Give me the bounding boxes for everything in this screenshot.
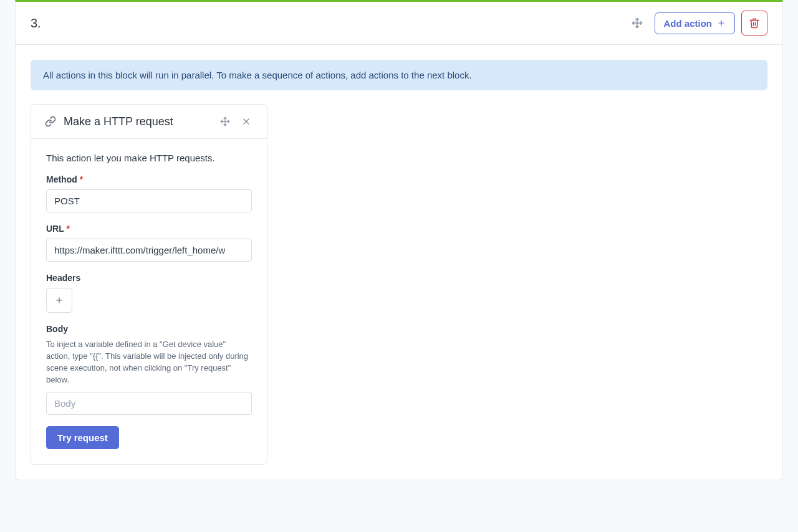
plus-icon [55, 296, 64, 305]
block-body: All actions in this block will run in pa… [16, 45, 782, 480]
close-action-icon[interactable] [239, 115, 253, 128]
block-header: 3. Add action [16, 2, 782, 45]
required-indicator: * [66, 224, 69, 234]
body-help-text: To inject a variable defined in a "Get d… [46, 339, 252, 386]
add-header-button[interactable] [46, 288, 72, 313]
body-label: Body [46, 324, 252, 334]
delete-block-button[interactable] [741, 11, 767, 36]
headers-label: Headers [46, 273, 252, 283]
move-block-icon[interactable] [627, 13, 647, 33]
action-block: 3. Add action [15, 0, 783, 480]
move-action-icon[interactable] [218, 115, 232, 128]
action-body: This action let you make HTTP requests. … [31, 139, 267, 464]
method-field-group: Method * [46, 174, 252, 212]
plus-icon [717, 19, 726, 27]
body-input[interactable] [46, 392, 252, 415]
action-header: Make a HTTP request [31, 105, 267, 139]
info-banner: All actions in this block will run in pa… [31, 60, 767, 90]
method-select[interactable] [46, 189, 252, 212]
url-input[interactable] [46, 239, 252, 262]
try-request-button[interactable]: Try request [46, 426, 119, 449]
action-description: This action let you make HTTP requests. [46, 153, 252, 163]
url-label: URL * [46, 224, 252, 234]
method-label: Method * [46, 174, 252, 184]
action-title: Make a HTTP request [64, 115, 211, 128]
url-field-group: URL * [46, 224, 252, 262]
headers-field-group: Headers [46, 273, 252, 313]
trash-icon [749, 17, 760, 29]
add-action-label: Add action [664, 18, 713, 29]
block-number-label: 3. [31, 16, 627, 31]
required-indicator: * [80, 174, 83, 184]
add-action-button[interactable]: Add action [655, 12, 736, 34]
link-icon [45, 116, 56, 127]
http-request-card: Make a HTTP request [31, 104, 267, 465]
body-field-group: Body To inject a variable defined in a "… [46, 324, 252, 415]
